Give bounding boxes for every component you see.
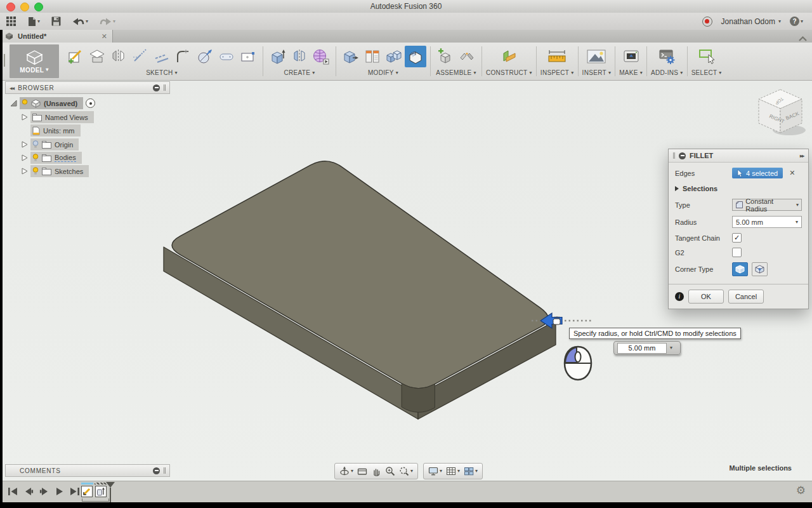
expand-triangle-icon[interactable] (10, 100, 17, 107)
selections-expander[interactable]: Selections (675, 185, 802, 192)
expand-caret-icon[interactable] (22, 141, 28, 148)
group-label-addins[interactable]: ADD-INS▾ (651, 69, 683, 76)
record-indicator[interactable] (702, 17, 712, 27)
file-menu-button[interactable]: ▾ (27, 17, 40, 27)
clear-selection-icon[interactable]: ✕ (789, 169, 795, 177)
group-label-assemble[interactable]: ASSEMBLE▾ (436, 69, 476, 76)
tool-joint[interactable] (456, 46, 478, 67)
tool-circle-diameter[interactable] (194, 46, 216, 67)
tool-revolve[interactable] (289, 46, 310, 67)
tool-extrude[interactable] (267, 46, 289, 67)
browser-row-bodies[interactable]: Bodies (22, 152, 82, 164)
radius-value-pill[interactable]: 5.00 mm ▾ (613, 341, 681, 355)
group-label-insert[interactable]: INSERT▾ (582, 69, 612, 76)
tool-combine[interactable] (383, 46, 405, 67)
browser-row-origin[interactable]: Origin (22, 138, 79, 150)
tab-close-icon[interactable]: ✕ (102, 32, 107, 41)
activate-component-radio[interactable] (86, 98, 95, 108)
viewports-button[interactable]: ▾ (462, 466, 480, 476)
expand-caret-icon[interactable] (22, 154, 28, 161)
zoom-window-button[interactable] (34, 3, 43, 11)
g2-checkbox[interactable] (732, 248, 742, 257)
tool-offset[interactable] (151, 46, 173, 67)
tool-slot[interactable] (216, 46, 237, 67)
panel-grip[interactable] (164, 84, 166, 91)
comments-panel-header[interactable]: COMMENTS (5, 464, 170, 477)
fit-button[interactable]: ▾ (397, 466, 415, 476)
workspace-selector[interactable]: MODEL▾ (10, 44, 59, 78)
browser-row-units[interactable]: Units: mm (30, 124, 81, 137)
info-icon[interactable]: i (675, 292, 684, 301)
radius-inline-input[interactable]: 5.00 mm (617, 343, 667, 354)
document-tab[interactable]: Untitled* ✕ (0, 30, 113, 43)
dialog-grip[interactable] (673, 152, 675, 159)
tool-mirror[interactable] (108, 46, 129, 67)
app-grid-button[interactable] (6, 17, 16, 26)
tool-sketch-fillet[interactable] (173, 46, 194, 67)
group-label-create[interactable]: CREATE▾ (284, 69, 315, 76)
panel-grip[interactable] (164, 467, 166, 474)
minimize-window-button[interactable] (20, 3, 29, 11)
tool-measure[interactable] (543, 46, 571, 67)
play-button[interactable] (55, 487, 64, 496)
tool-create-form[interactable] (310, 46, 332, 67)
tool-3d-print[interactable] (620, 46, 642, 67)
display-settings-button[interactable]: ▾ (426, 466, 444, 476)
group-label-sketch[interactable]: SKETCH▾ (146, 69, 178, 76)
group-label-inspect[interactable]: INSPECT▾ (540, 69, 574, 76)
pan-button[interactable] (369, 466, 383, 476)
dock-panel-icon[interactable]: ▸▸ (800, 153, 804, 159)
group-label-make[interactable]: MAKE▾ (619, 69, 643, 76)
grid-snaps-button[interactable]: ▾ (444, 466, 462, 476)
look-at-button[interactable] (355, 466, 369, 476)
browser-row-named-views[interactable]: Named Views (22, 111, 94, 123)
close-window-button[interactable] (6, 3, 15, 11)
radius-input[interactable]: 5.00 mm ▾ (732, 216, 802, 228)
tool-construction-plane[interactable] (498, 46, 520, 67)
type-dropdown[interactable]: Constant Radius ▾ (732, 199, 802, 211)
save-button[interactable] (51, 17, 61, 26)
lightbulb-off-icon[interactable] (32, 140, 39, 149)
cancel-button[interactable]: Cancel (728, 290, 764, 304)
dialog-minimize-icon[interactable] (679, 152, 686, 159)
expand-caret-icon[interactable] (22, 114, 28, 121)
toolbar-grip[interactable] (4, 54, 6, 67)
browser-panel-header[interactable]: ◀◀ BROWSER (5, 81, 170, 94)
group-label-select[interactable]: SELECT▾ (691, 69, 722, 76)
fillet-dialog[interactable]: FILLET ▸▸ Edges 4 selected ✕ Selections … (668, 149, 809, 309)
lightbulb-on-icon[interactable] (32, 167, 39, 175)
tool-appearance[interactable] (362, 46, 383, 67)
tool-insert-image[interactable] (582, 46, 610, 67)
tool-sketch-on-surface[interactable] (86, 46, 108, 67)
viewport[interactable]: RIGHT BACK TOP ◀◀ BROWSER (Unsaved) Nam (0, 81, 812, 481)
tool-new-component[interactable] (435, 46, 456, 67)
corner-type-setback-button[interactable] (752, 262, 768, 276)
browser-root-row[interactable]: (Unsaved) (10, 97, 95, 109)
panel-minimize-icon[interactable] (153, 467, 160, 474)
step-forward-button[interactable] (39, 487, 49, 496)
group-label-construct[interactable]: CONSTRUCT▾ (486, 69, 532, 76)
tool-select[interactable] (696, 46, 717, 67)
timeline-settings-gear-icon[interactable]: ⚙ (796, 485, 806, 496)
redo-button[interactable]: ▾ (100, 17, 115, 26)
collapse-panel-icon[interactable]: ◀◀ (10, 86, 14, 90)
user-account-menu[interactable]: Jonathan Odom ▾ (721, 17, 781, 26)
tool-rectangle[interactable] (237, 46, 259, 67)
timeline-sketch-feature[interactable] (81, 486, 93, 497)
lightbulb-on-icon[interactable] (22, 99, 28, 107)
tool-line[interactable] (129, 46, 151, 67)
tool-scripts-and-addins[interactable] (656, 46, 678, 67)
tangent-chain-checkbox[interactable]: ✓ (732, 233, 742, 243)
tool-create-sketch[interactable] (65, 46, 86, 67)
undo-button[interactable]: ▾ (72, 17, 88, 26)
fillet-dialog-header[interactable]: FILLET ▸▸ (669, 149, 808, 163)
orbit-button[interactable]: ▾ (337, 466, 355, 477)
tool-press-pull[interactable] (340, 46, 362, 67)
step-back-button[interactable] (23, 487, 34, 496)
go-to-start-button[interactable] (8, 487, 18, 496)
zoom-button[interactable] (383, 466, 397, 476)
browser-row-sketches[interactable]: Sketches (22, 165, 89, 177)
help-menu[interactable]: ? ▾ (790, 17, 803, 26)
lightbulb-on-icon[interactable] (32, 154, 39, 162)
panel-minimize-icon[interactable] (153, 84, 160, 91)
